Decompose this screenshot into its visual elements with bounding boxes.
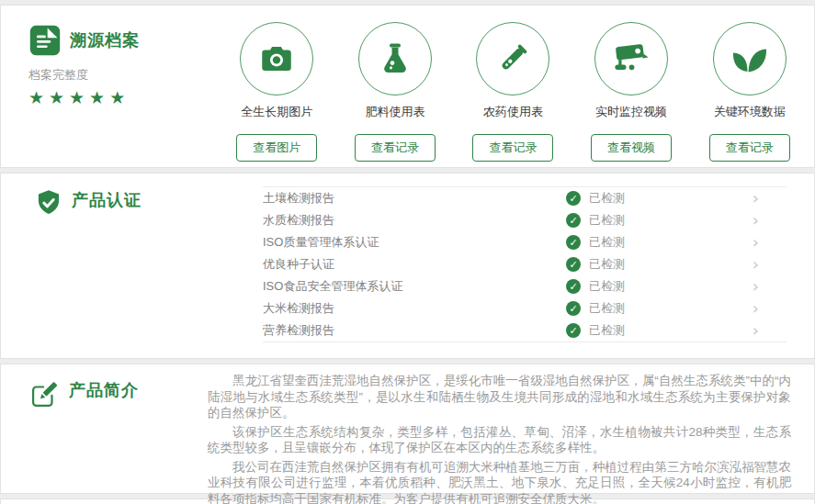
archive-item-label: 肥料使用表 [336,104,455,120]
view-button[interactable]: 查看记录 [355,134,436,162]
check-icon: ✓ [566,191,581,206]
check-icon: ✓ [566,235,581,250]
status-text: 已检测 [589,234,625,251]
archive-item: 肥料使用表 查看记录 [336,22,455,167]
view-button[interactable]: 查看记录 [709,134,790,162]
traceability-page: 溯源档案 档案完整度 ★★★★★ 全生长期图片 查看图片 肥料使用表 查看记录 [0,0,815,504]
completeness-label: 档案完整度 [28,67,218,84]
chevron-right-icon[interactable]: › [753,322,759,339]
archive-item: 实时监控视频 查看视频 [572,22,691,167]
certification-status: ✓ 已检测 [566,278,625,295]
test-tube-icon [476,22,549,95]
certification-row[interactable]: 优良种子认证 ✓ 已检测 › [263,253,787,275]
archive-item-label: 实时监控视频 [572,104,691,120]
cctv-icon [594,22,668,95]
introduction-header: 产品简介 [1,364,208,493]
shield-check-icon [35,189,62,218]
certification-label: ISO质量管理体系认证 [263,234,566,251]
certification-status: ✓ 已检测 [566,256,625,273]
flask-icon [358,22,432,95]
certification-label: 土壤检测报告 [263,190,566,207]
status-text: 已检测 [589,190,625,207]
certification-row[interactable]: 大米检测报告 ✓ 已检测 › [263,297,787,319]
check-icon: ✓ [566,279,581,294]
certification-header: 产品认证 [1,174,263,358]
introduction-paragraph: 该保护区生态系统结构复杂，类型多样，包括灌丛、草甸、沼泽，水生植物被共计28种类… [208,424,791,456]
chevron-right-icon[interactable]: › [753,234,759,251]
star-rating: ★★★★★ [28,87,218,108]
camera-icon [240,22,313,95]
check-icon: ✓ [566,213,581,228]
archive-item-label: 关键环境数据 [690,104,809,120]
certification-label: 营养检测报告 [263,322,566,339]
status-text: 已检测 [589,212,625,229]
introduction-card: 产品简介 黑龙江省望奎西洼荒湿地自然保护区，是绥化市唯一省级湿地自然保护区，属“… [0,364,815,494]
archive-item: 全生长期图片 查看图片 [218,22,336,167]
status-text: 已检测 [589,300,625,317]
introduction-paragraph: 黑龙江省望奎西洼荒湿地自然保护区，是绥化市唯一省级湿地自然保护区，属“自然生态系… [208,373,791,421]
chevron-right-icon[interactable]: › [753,278,759,295]
status-text: 已检测 [589,322,625,339]
introduction-paragraph: 我公司在西洼荒自然保护区拥有有机可追溯大米种植基地三万亩，种植过程由第三方哈尔滨… [208,459,791,504]
certification-row[interactable]: ISO食品安全管理体系认证 ✓ 已检测 › [263,275,787,297]
chevron-right-icon[interactable]: › [753,212,759,229]
status-text: 已检测 [589,278,625,295]
archive-item-label: 农药使用表 [454,104,572,120]
archive-title: 溯源档案 [70,29,140,51]
certification-status: ✓ 已检测 [566,234,625,251]
certification-status: ✓ 已检测 [566,300,625,317]
archive-item-list: 全生长期图片 查看图片 肥料使用表 查看记录 农药使用表 查看记录 [218,6,814,167]
certification-title: 产品认证 [72,189,141,211]
certification-row[interactable]: 土壤检测报告 ✓ 已检测 › [263,187,787,209]
check-icon: ✓ [566,301,581,316]
archive-item: 农药使用表 查看记录 [454,22,572,167]
certification-status: ✓ 已检测 [566,190,625,207]
certification-list: 土壤检测报告 ✓ 已检测 › 水质检测报告 ✓ 已检测 › [263,186,787,342]
archive-header: 溯源档案 档案完整度 ★★★★★ [1,6,218,167]
chevron-right-icon[interactable]: › [753,256,759,273]
status-text: 已检测 [589,256,625,273]
view-button[interactable]: 查看图片 [236,134,317,162]
archive-item: 关键环境数据 查看记录 [690,22,809,167]
view-button[interactable]: 查看视频 [591,134,672,162]
certification-label: 优良种子认证 [263,256,566,273]
certification-label: ISO食品安全管理体系认证 [263,278,566,295]
introduction-text: 黑龙江省望奎西洼荒湿地自然保护区，是绥化市唯一省级湿地自然保护区，属“自然生态系… [208,364,814,493]
archive-card: 溯源档案 档案完整度 ★★★★★ 全生长期图片 查看图片 肥料使用表 查看记录 [0,5,815,168]
certification-status: ✓ 已检测 [566,212,625,229]
certification-row[interactable]: 水质检测报告 ✓ 已检测 › [263,209,787,231]
view-button[interactable]: 查看记录 [472,134,553,162]
certification-label: 水质检测报告 [263,212,566,229]
certification-row[interactable]: 营养检测报告 ✓ 已检测 › [263,319,787,342]
edit-icon [28,379,60,410]
introduction-title: 产品简介 [69,379,139,401]
certification-label: 大米检测报告 [263,300,566,317]
chevron-right-icon[interactable]: › [753,190,759,207]
certification-status: ✓ 已检测 [566,322,625,339]
archive-item-label: 全生长期图片 [218,104,336,120]
certification-row[interactable]: ISO质量管理体系认证 ✓ 已检测 › [263,231,787,253]
chevron-right-icon[interactable]: › [753,300,759,317]
check-icon: ✓ [566,323,581,338]
check-icon: ✓ [566,257,581,272]
document-icon [28,24,62,57]
leaf-icon [713,22,787,95]
certification-card: 产品认证 土壤检测报告 ✓ 已检测 › 水质检测报告 ✓ 已检测 [0,173,815,359]
